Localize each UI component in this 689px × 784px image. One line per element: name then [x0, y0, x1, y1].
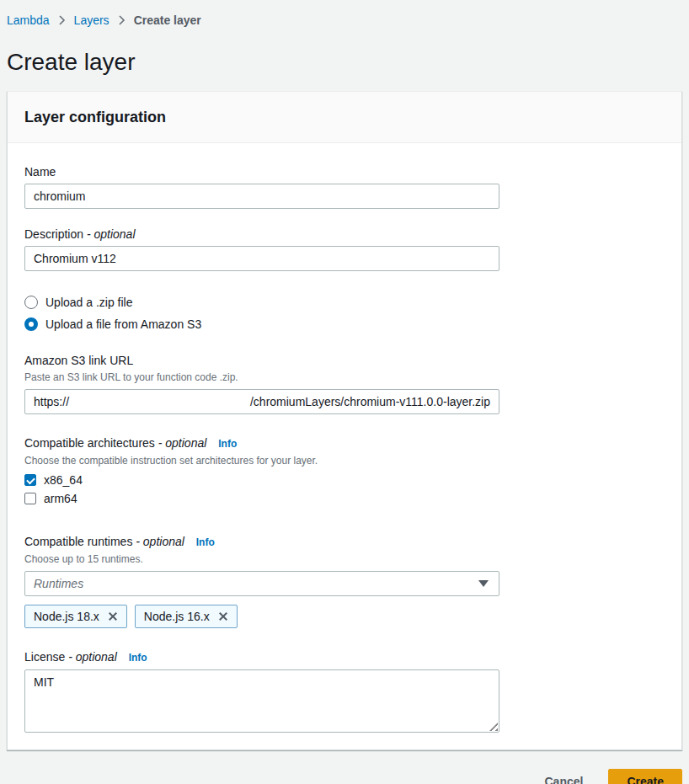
breadcrumb: Lambda Layers Create layer	[7, 0, 682, 29]
s3-url-prefix: https://	[34, 395, 69, 408]
radio-upload-s3[interactable]: Upload a file from Amazon S3	[24, 315, 665, 333]
upload-source-radio-group: Upload a .zip file Upload a file from Am…	[24, 293, 665, 333]
description-label-text: Description	[24, 227, 83, 241]
radio-upload-s3-label: Upload a file from Amazon S3	[45, 317, 201, 331]
runtimes-label-text: Compatible runtimes	[24, 535, 132, 548]
license-field-group: License - optional Info MIT	[24, 648, 665, 733]
license-label: License - optional Info	[24, 648, 665, 666]
runtime-token-nodejs16: Node.js 16.x	[135, 605, 238, 628]
checkbox-checked-icon[interactable]	[24, 474, 36, 486]
create-layer-page: Lambda Layers Create layer Create layer …	[0, 0, 689, 784]
breadcrumb-lambda-link[interactable]: Lambda	[7, 12, 50, 29]
license-textarea-value: MIT	[34, 675, 54, 689]
panel-header: Layer configuration	[8, 92, 681, 143]
s3-url-field-group: Amazon S3 link URL Paste an S3 link URL …	[24, 352, 665, 414]
cancel-button[interactable]: Cancel	[544, 775, 583, 784]
runtimes-label: Compatible runtimes - optional Info	[24, 533, 665, 551]
radio-selected-icon[interactable]	[24, 317, 38, 331]
description-label: Description - optional	[24, 226, 665, 243]
radio-upload-zip[interactable]: Upload a .zip file	[24, 293, 665, 312]
runtimes-helper: Choose up to 15 runtimes.	[24, 552, 665, 566]
remove-token-icon[interactable]	[108, 611, 118, 621]
breadcrumb-layers-link[interactable]: Layers	[74, 12, 109, 29]
remove-token-icon[interactable]	[218, 611, 228, 621]
description-optional-text: - optional	[87, 227, 136, 241]
checkbox-x86-64-label: x86_64	[44, 473, 83, 487]
chevron-right-icon	[58, 15, 66, 25]
runtimes-select[interactable]: Runtimes	[24, 571, 499, 596]
architectures-helper: Choose the compatible instruction set ar…	[24, 454, 665, 467]
panel-title: Layer configuration	[24, 108, 665, 126]
checkbox-arm64-label: arm64	[44, 492, 77, 505]
name-input-value: chromium	[34, 189, 85, 203]
license-optional-text: - optional	[68, 650, 117, 664]
s3-url-label: Amazon S3 link URL	[24, 352, 665, 369]
description-field-group: Description - optional Chromium v112	[24, 226, 665, 271]
runtimes-info-link[interactable]: Info	[196, 536, 215, 548]
architectures-field-group: Compatible architectures - optional Info…	[24, 435, 665, 508]
create-button[interactable]: Create	[608, 769, 682, 784]
license-info-link[interactable]: Info	[129, 652, 147, 664]
s3-url-helper: Paste an S3 link URL to your function co…	[24, 371, 665, 384]
runtime-token-label: Node.js 16.x	[144, 610, 210, 623]
runtime-token-label: Node.js 18.x	[34, 610, 99, 623]
runtimes-field-group: Compatible runtimes - optional Info Choo…	[24, 533, 665, 628]
checkbox-x86-64[interactable]: x86_64	[24, 471, 665, 489]
architectures-info-link[interactable]: Info	[218, 438, 237, 450]
runtimes-optional-text: - optional	[136, 535, 184, 548]
architectures-checkbox-group: x86_64 arm64	[24, 471, 665, 508]
breadcrumb-current: Create layer	[134, 12, 201, 29]
panel-body: Name chromium Description - optional Chr…	[8, 143, 681, 749]
radio-unselected-icon[interactable]	[24, 296, 38, 309]
radio-upload-zip-label: Upload a .zip file	[45, 296, 133, 309]
s3-url-suffix: /chromiumLayers/chromium-v111.0.0-layer.…	[250, 395, 490, 408]
name-field-group: Name chromium	[24, 163, 665, 209]
s3-url-input[interactable]: https:// /chromiumLayers/chromium-v111.0…	[24, 389, 499, 414]
license-label-text: License	[24, 650, 65, 664]
chevron-right-icon	[118, 15, 126, 25]
runtimes-select-placeholder: Runtimes	[34, 577, 83, 590]
runtime-token-nodejs18: Node.js 18.x	[24, 605, 127, 628]
form-actions: Cancel Create	[7, 769, 682, 784]
name-label: Name	[24, 163, 665, 180]
checkbox-unchecked-icon[interactable]	[24, 493, 36, 504]
layer-configuration-panel: Layer configuration Name chromium Descri…	[7, 91, 682, 750]
checkbox-arm64[interactable]: arm64	[24, 489, 665, 508]
description-input[interactable]: Chromium v112	[24, 246, 499, 271]
resize-grip-icon[interactable]	[489, 723, 498, 731]
license-textarea[interactable]: MIT	[24, 669, 499, 733]
caret-down-icon	[478, 580, 489, 587]
architectures-label-text: Compatible architectures	[24, 436, 155, 450]
architectures-label: Compatible architectures - optional Info	[24, 435, 665, 452]
name-input[interactable]: chromium	[24, 184, 499, 209]
description-input-value: Chromium v112	[34, 252, 116, 265]
architectures-optional-text: - optional	[158, 436, 207, 450]
page-title: Create layer	[7, 47, 682, 77]
runtime-token-row: Node.js 18.x Node.js 16.x	[24, 605, 665, 628]
